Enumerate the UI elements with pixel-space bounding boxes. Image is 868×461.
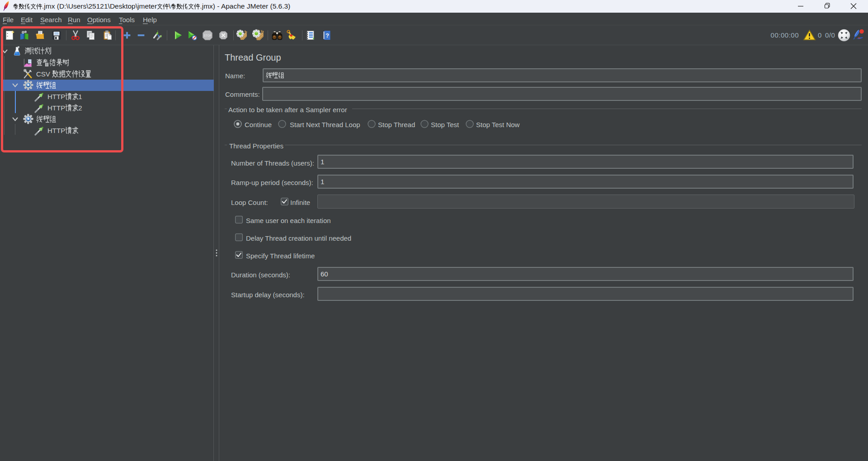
svg-text:STOP: STOP	[203, 34, 212, 37]
svg-text:?: ?	[326, 32, 329, 39]
